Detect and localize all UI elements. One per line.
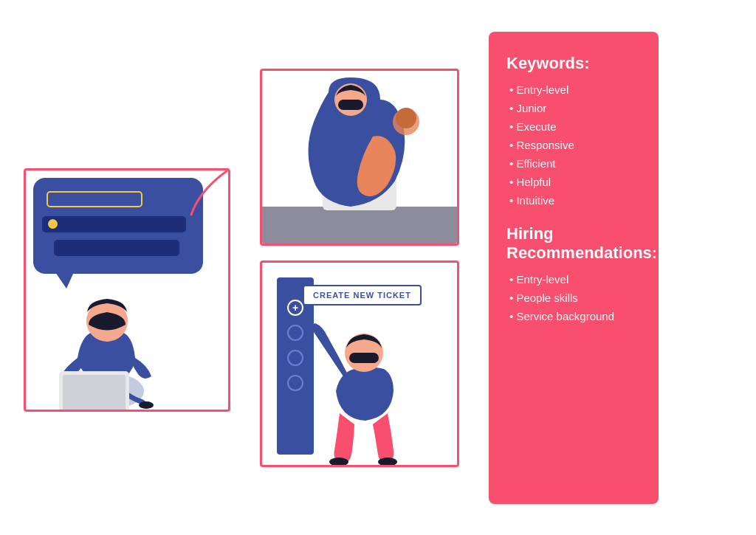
speech-bubble-bg [33, 178, 203, 274]
bottom-scene: + CREATE NEW TICKET [260, 260, 459, 467]
keyword-intuitive: • Intuitive [506, 194, 641, 207]
svg-rect-9 [338, 100, 363, 110]
hiring-service-background: • Service background [506, 310, 641, 322]
svg-rect-16 [349, 353, 379, 363]
svg-point-11 [396, 108, 416, 128]
bubble-blue-1 [42, 216, 186, 232]
svg-point-2 [139, 401, 154, 409]
keyword-efficient: • Efficient [506, 157, 641, 170]
keyword-entry-level: • Entry-level [506, 83, 641, 96]
keyword-helpful: • Helpful [506, 176, 641, 188]
hiring-title: Hiring Recommendations: [506, 224, 641, 263]
keyword-junior: • Junior [506, 102, 641, 114]
keywords-list: • Entry-level • Junior • Execute • Respo… [506, 83, 641, 207]
svg-rect-4 [63, 375, 126, 410]
hiring-entry-level: • Entry-level [506, 273, 641, 286]
hiring-people-skills: • People skills [506, 291, 641, 304]
top-scene: 〜 [260, 69, 459, 246]
arrow-bottom-to-left [184, 380, 230, 412]
keyword-execute: • Execute [506, 120, 641, 133]
person-ticket-svg [284, 295, 454, 465]
right-panel: Keywords: • Entry-level • Junior • Execu… [489, 32, 659, 504]
person-desk-svg [262, 77, 459, 210]
middle-panels: 〜 [260, 69, 459, 467]
hiring-list: • Entry-level • People skills • Service … [506, 273, 641, 322]
keywords-title: Keywords: [506, 54, 641, 73]
left-panel [24, 168, 230, 412]
bubble-yellow [47, 191, 142, 207]
main-container: 〜 [24, 17, 732, 519]
arrow-top-to-bottom [420, 221, 459, 246]
bubble-blue-2 [54, 240, 179, 256]
bubble-dot-1 [48, 219, 58, 229]
keyword-responsive: • Responsive [506, 139, 641, 151]
arrow-left-to-top [184, 168, 230, 222]
